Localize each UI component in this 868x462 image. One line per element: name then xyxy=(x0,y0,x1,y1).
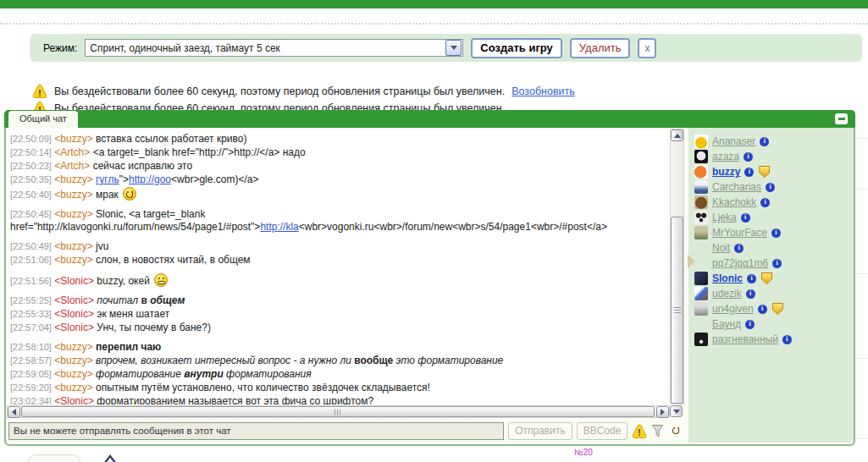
user-name-link[interactable]: MrYourFace xyxy=(712,227,767,239)
user-name-link[interactable]: un4given xyxy=(712,303,754,315)
info-icon[interactable] xyxy=(744,168,754,177)
message-link[interactable]: гугль xyxy=(96,173,119,185)
user-name-link[interactable]: Ananaser xyxy=(712,135,755,147)
avatar-placeholder xyxy=(694,241,708,255)
message-text: "> xyxy=(119,173,129,185)
horizontal-scrollbar[interactable] xyxy=(7,405,670,418)
avatar-placeholder xyxy=(694,256,708,270)
user-name-link[interactable]: Баунд xyxy=(712,318,741,330)
close-button[interactable]: x xyxy=(638,38,656,58)
scroll-right-button[interactable] xyxy=(656,406,669,418)
message-username: <Slonic> xyxy=(52,275,97,287)
panel-collapse-handle[interactable] xyxy=(688,255,695,268)
message-timestamp: [22:59:20] xyxy=(10,382,52,393)
message-text: опытным путём установлено, что количеств… xyxy=(96,382,430,393)
user-list-item: Carcharias xyxy=(694,179,854,195)
filter-funnel-icon[interactable] xyxy=(651,424,664,438)
message-text: вообще xyxy=(354,355,393,366)
portrait-avatar xyxy=(694,226,708,239)
message-link[interactable]: http://goo xyxy=(129,173,171,185)
tab-general-chat[interactable]: Общий чат xyxy=(8,111,78,128)
delete-button[interactable]: Удалить xyxy=(570,38,631,58)
user-name-link[interactable]: Slonic xyxy=(712,272,743,284)
info-icon[interactable] xyxy=(746,289,755,299)
chat-message-input[interactable] xyxy=(8,422,504,440)
fish-avatar xyxy=(694,165,708,179)
info-icon[interactable] xyxy=(782,335,792,344)
bbcode-button[interactable]: BBCode xyxy=(577,422,628,440)
user-name-link[interactable]: Kkachokk xyxy=(712,196,756,208)
panda-avatar xyxy=(694,211,708,224)
message-timestamp: [22:58:57] xyxy=(10,355,52,366)
info-icon[interactable] xyxy=(747,274,756,283)
info-icon[interactable] xyxy=(766,183,775,192)
chat-message: [22:50:09] <buzzy> вставка ссылок работа… xyxy=(10,133,667,146)
message-timestamp: [22:50:49] xyxy=(10,241,52,251)
message-username: <Slonic> xyxy=(52,294,97,306)
scroll-down-button[interactable] xyxy=(670,405,683,417)
info-icon[interactable] xyxy=(741,213,750,223)
user-list-item: MrYourFace xyxy=(694,225,854,240)
message-username: <buzzy> xyxy=(52,355,96,366)
chat-message: [22:59:20] <buzzy> опытным путём установ… xyxy=(10,382,667,394)
scroll-up-button[interactable] xyxy=(671,129,683,141)
user-name-link[interactable]: udezik xyxy=(712,288,742,300)
minimize-button[interactable] xyxy=(835,113,848,124)
message-text: Унч, ты почему в бане?) xyxy=(97,322,211,333)
send-button[interactable]: Отправить xyxy=(508,422,572,440)
user-name-link[interactable]: buzzy xyxy=(712,166,740,178)
angry-dark-avatar xyxy=(694,333,708,346)
user-name-link[interactable]: Noit xyxy=(712,242,730,254)
minimize-dash-icon xyxy=(838,118,845,120)
partial-caret-icon[interactable] xyxy=(102,454,119,462)
game-number-label: №20 xyxy=(574,448,593,457)
message-text: jvu xyxy=(96,240,108,252)
info-icon[interactable] xyxy=(760,198,770,207)
message-text: форматированием называется вот эта фича … xyxy=(97,395,373,404)
vertical-scrollbar-thumb[interactable] xyxy=(671,217,683,404)
chevron-down-icon[interactable] xyxy=(445,40,462,56)
message-text: почитал xyxy=(97,294,138,306)
user-list-item: разгневанный xyxy=(694,332,854,347)
message-username: <buzzy> xyxy=(52,341,96,353)
top-green-bar xyxy=(0,0,868,8)
message-text: общем xyxy=(150,294,185,306)
info-icon[interactable] xyxy=(758,305,767,314)
skull-avatar xyxy=(694,150,708,163)
message-text: эк меня шатает xyxy=(97,308,169,320)
message-username: <Artch> xyxy=(52,146,93,158)
info-icon[interactable] xyxy=(734,244,744,253)
message-timestamp: [22:51:06] xyxy=(10,255,52,265)
chat-message: [22:57:04] <Slonic> Унч, ты почему в бан… xyxy=(10,322,667,334)
message-timestamp: [22:51:56] xyxy=(10,276,52,286)
create-game-button[interactable]: Создать игру xyxy=(471,38,561,58)
resume-link[interactable]: Возобновить xyxy=(511,85,575,97)
info-icon[interactable] xyxy=(772,259,782,268)
info-icon[interactable] xyxy=(760,137,769,146)
message-link[interactable]: http://kla xyxy=(260,221,298,233)
background-row-line xyxy=(855,438,868,439)
user-name-link[interactable]: azaza xyxy=(712,151,739,162)
background-row-line xyxy=(855,358,868,359)
smiley-icon[interactable] xyxy=(670,424,684,438)
user-list-item: Ljeka xyxy=(694,210,854,225)
info-icon[interactable] xyxy=(745,320,755,329)
info-icon[interactable] xyxy=(744,152,753,162)
user-name-link[interactable]: Ljeka xyxy=(712,212,737,223)
partial-button-fragment[interactable] xyxy=(28,454,80,462)
vertical-scrollbar[interactable] xyxy=(670,129,684,404)
user-name-link[interactable]: Carcharias xyxy=(712,181,761,193)
grin-emoticon-icon xyxy=(154,273,168,287)
info-icon[interactable] xyxy=(771,228,781,238)
chat-message: [22:58:57] <buzzy> впрочем, возникает ин… xyxy=(10,355,667,367)
chat-message: [22:58:10] <buzzy> перепил чаю xyxy=(10,341,667,354)
user-name-link[interactable]: pq72jqq1m6 xyxy=(712,257,768,269)
user-list-panel: AnanaserazazabuzzyCarchariasKkachokkLjek… xyxy=(688,128,854,443)
mode-select[interactable]: Спринт, одиночный заезд, таймаут 5 сек xyxy=(85,39,463,57)
message-timestamp: [22:50:45] xyxy=(10,209,52,219)
chat-message: [22:50:23] <Artch> сейчас исправлю это xyxy=(10,160,667,173)
user-name-link[interactable]: разгневанный xyxy=(712,333,778,345)
horizontal-scrollbar-thumb[interactable] xyxy=(21,406,655,417)
scroll-left-button[interactable] xyxy=(8,406,20,418)
chat-header: Общий чат xyxy=(4,110,855,128)
